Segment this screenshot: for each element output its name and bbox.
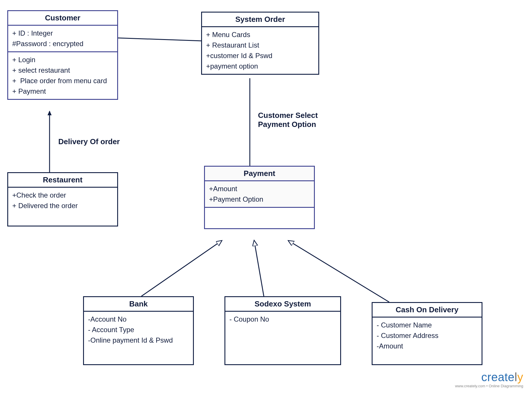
class-attributes: + Menu Cards + Restaurant List +customer… — [202, 27, 318, 74]
attribute: +Amount — [209, 184, 310, 194]
class-attributes: +Check the order + Delivered the order — [8, 188, 117, 226]
class-attributes: - Coupon No — [225, 312, 340, 364]
class-sodexo: Sodexo System - Coupon No — [224, 296, 341, 365]
attribute: +Check the order — [12, 190, 113, 201]
attribute: -Amount — [377, 341, 477, 351]
attribute: -Account No — [88, 314, 189, 325]
class-title: Bank — [84, 297, 193, 312]
edge-label-select-payment: Customer Select Payment Option — [258, 111, 318, 129]
class-title: Payment — [205, 167, 314, 181]
logo-part: y — [517, 371, 524, 383]
logo-text: creately — [455, 371, 523, 384]
attribute: + Restaurant List — [206, 40, 314, 50]
svg-line-5 — [289, 241, 389, 302]
attribute: -Online payment Id & Pswd — [88, 335, 189, 346]
class-methods-empty — [205, 208, 314, 228]
class-title: Cash On Delivery — [373, 303, 482, 318]
class-attributes: - Customer Name - Customer Address -Amou… — [373, 318, 482, 364]
method: + Place order from menu card — [12, 76, 113, 86]
method: + Payment — [12, 86, 113, 97]
attribute: +Payment Option — [209, 194, 310, 205]
attribute: - Customer Name — [377, 320, 477, 330]
class-title: Restaurent — [8, 173, 117, 188]
attribute: - Customer Address — [377, 330, 477, 341]
attribute: + ID : Integer — [12, 28, 113, 39]
class-customer: Customer + ID : Integer #Password : encr… — [7, 10, 118, 100]
class-methods: + Login + select restaurant + Place orde… — [8, 52, 117, 99]
method: + select restaurant — [12, 65, 113, 76]
attribute: +payment option — [206, 61, 314, 72]
attribute: +customer Id & Pswd — [206, 50, 314, 61]
class-attributes: +Amount +Payment Option — [205, 181, 314, 208]
attribute: - Coupon No — [229, 314, 336, 325]
logo-part: l — [515, 371, 517, 383]
class-cash-on-delivery: Cash On Delivery - Customer Name - Custo… — [372, 302, 482, 365]
class-bank: Bank -Account No - Account Type -Online … — [83, 296, 194, 365]
logo-tagline: www.creately.com • Online Diagramming — [455, 384, 523, 388]
attribute: - Account Type — [88, 325, 189, 335]
attribute: #Password : encrypted — [12, 39, 113, 49]
edge-label-delivery: Delivery Of order — [58, 137, 120, 146]
class-attributes: + ID : Integer #Password : encrypted — [8, 26, 117, 52]
class-title: Sodexo System — [225, 297, 340, 312]
attribute: + Delivered the order — [12, 201, 113, 211]
method: + Login — [12, 55, 113, 65]
class-system-order: System Order + Menu Cards + Restaurant L… — [201, 12, 319, 75]
class-restaurant: Restaurent +Check the order + Delivered … — [7, 172, 118, 226]
class-title: Customer — [8, 11, 117, 26]
class-attributes: -Account No - Account Type -Online payme… — [84, 312, 193, 364]
attribute: + Menu Cards — [206, 29, 314, 40]
svg-line-0 — [118, 38, 201, 41]
class-title: System Order — [202, 13, 318, 27]
svg-line-4 — [254, 241, 264, 296]
class-payment: Payment +Amount +Payment Option — [204, 166, 315, 229]
svg-line-3 — [141, 241, 222, 296]
logo-part: create — [481, 371, 515, 383]
creately-logo: creately www.creately.com • Online Diagr… — [455, 371, 523, 388]
